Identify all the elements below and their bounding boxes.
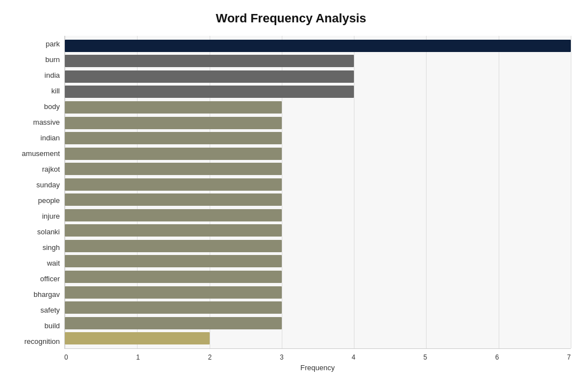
bar-row — [65, 38, 571, 54]
bar — [65, 70, 354, 83]
chart-area: parkburnindiakillbodymassiveindianamusem… — [11, 36, 571, 349]
plot-area — [64, 36, 571, 349]
x-tick: 7 — [567, 353, 571, 361]
bar-row — [65, 223, 571, 239]
bar-row — [65, 146, 571, 162]
bar — [65, 255, 282, 267]
x-tick: 0 — [64, 353, 68, 361]
bar — [65, 286, 282, 299]
x-axis-label: Frequency — [64, 363, 571, 372]
bar-row — [65, 300, 571, 315]
bar — [65, 209, 282, 221]
y-label: recognition — [24, 333, 60, 349]
bar-row — [65, 115, 571, 131]
bar-row — [65, 54, 571, 69]
bar — [65, 224, 282, 237]
bar — [65, 317, 282, 329]
chart-title: Word Frequency Analysis — [216, 11, 366, 26]
y-label: body — [44, 98, 60, 114]
x-tick: 3 — [280, 353, 283, 361]
y-label: kill — [51, 83, 60, 98]
y-label: burn — [45, 51, 60, 67]
y-label: safety — [40, 302, 60, 318]
bar — [65, 240, 282, 252]
bar-row — [65, 84, 571, 100]
bar-row — [65, 161, 571, 177]
x-axis: 01234567 Frequency — [64, 351, 571, 372]
bar — [65, 178, 282, 191]
y-label: wait — [47, 255, 60, 271]
bar-row — [65, 254, 571, 270]
bar-row — [65, 315, 571, 331]
y-label: bhargav — [34, 286, 60, 302]
y-label: singh — [42, 239, 60, 255]
bar-row — [65, 100, 571, 115]
bar — [65, 55, 354, 67]
x-tick: 2 — [208, 353, 212, 361]
bar-row — [65, 269, 571, 285]
y-label: injure — [42, 208, 60, 224]
x-tick: 6 — [495, 353, 499, 361]
bar — [65, 86, 354, 98]
bar — [65, 301, 282, 314]
y-label: indian — [40, 130, 60, 145]
bar-row — [65, 69, 571, 84]
bar — [65, 132, 282, 144]
bar — [65, 117, 282, 129]
x-tick: 1 — [136, 353, 140, 361]
x-axis-container: 01234567 Frequency — [11, 351, 571, 372]
y-label: massive — [33, 114, 60, 130]
chart-container: Word Frequency Analysis parkburnindiakil… — [0, 0, 582, 392]
bar-row — [65, 130, 571, 146]
bar — [65, 193, 282, 206]
x-ticks: 01234567 — [64, 351, 571, 361]
bar-row — [65, 330, 571, 346]
y-label: solanki — [37, 224, 60, 239]
y-label: amusement — [22, 145, 60, 161]
bar-row — [65, 192, 571, 207]
x-tick: 5 — [423, 353, 427, 361]
bar — [65, 163, 282, 175]
bars-container — [65, 36, 571, 348]
y-label: officer — [40, 271, 60, 286]
bar — [65, 148, 282, 160]
y-label: park — [46, 36, 60, 51]
y-label: sunday — [36, 177, 60, 192]
grid-line — [571, 36, 571, 348]
bar — [65, 332, 210, 344]
bar-row — [65, 238, 571, 254]
bar-row — [65, 177, 571, 192]
bar-row — [65, 285, 571, 300]
bar — [65, 101, 282, 114]
y-label: people — [38, 192, 60, 208]
y-axis: parkburnindiakillbodymassiveindianamusem… — [11, 36, 64, 349]
bar-row — [65, 207, 571, 223]
x-tick: 4 — [352, 353, 356, 361]
y-label: india — [45, 67, 60, 83]
bar — [65, 40, 571, 52]
bar — [65, 271, 282, 283]
y-label: build — [45, 318, 60, 333]
y-label: rajkot — [42, 161, 60, 177]
